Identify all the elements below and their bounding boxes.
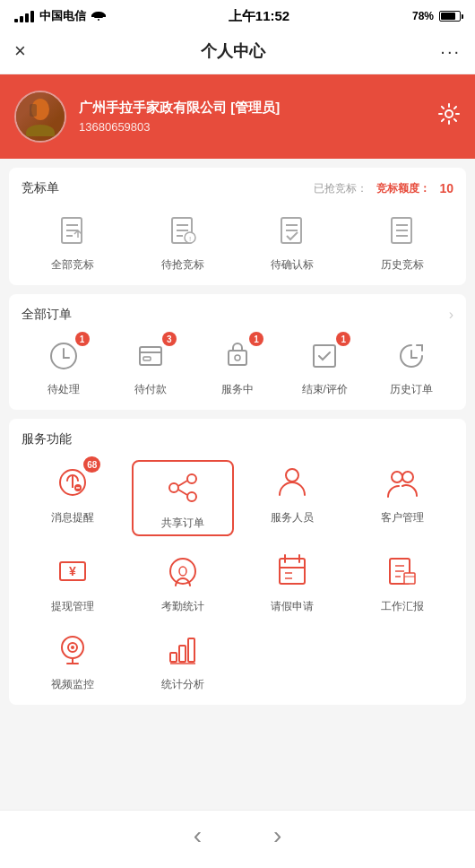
video-icon bbox=[53, 629, 92, 669]
service-share-item[interactable]: 共享订单 bbox=[132, 460, 235, 536]
status-right: 78% bbox=[412, 10, 461, 22]
service-video-label: 视频监控 bbox=[51, 677, 94, 692]
bid-confirm-item[interactable]: 待确认标 bbox=[241, 209, 344, 273]
service-message-icon-wrap: 68 bbox=[50, 460, 95, 505]
service-stats-icon-wrap bbox=[160, 627, 205, 672]
service-staff-item[interactable]: 服务人员 bbox=[241, 460, 344, 536]
status-bar: 中国电信 上午11:52 78% bbox=[0, 0, 475, 32]
bottom-nav: ‹ › bbox=[0, 810, 475, 868]
svg-point-56 bbox=[71, 646, 74, 649]
bid-confirm-icon bbox=[271, 209, 314, 252]
service-withdraw-label: 提现管理 bbox=[51, 599, 94, 614]
bidding-card: 竞标单 已抢竞标： 竞标额度： 10 全部竞标 bbox=[9, 168, 466, 285]
order-review-icon-wrap: 1 bbox=[304, 335, 345, 377]
services-grid: 68 消息提醒 共享订单 bbox=[22, 460, 453, 692]
avatar bbox=[14, 91, 66, 143]
service-attendance-item[interactable]: 考勤统计 bbox=[132, 549, 235, 614]
svg-point-32 bbox=[169, 483, 178, 492]
user-text: 广州手拉手家政有限公司 [管理员] 13680659803 bbox=[79, 100, 280, 134]
svg-point-37 bbox=[392, 472, 402, 482]
bid-pending-item[interactable]: ! 待抢竞标 bbox=[132, 209, 235, 273]
bid-all-item[interactable]: 全部竞标 bbox=[22, 209, 125, 273]
service-leave-label: 请假申请 bbox=[271, 599, 314, 614]
svg-point-41 bbox=[179, 567, 186, 576]
forward-button[interactable]: › bbox=[273, 821, 281, 850]
bid-confirm-label: 待确认标 bbox=[271, 257, 314, 273]
bid-history-item[interactable]: 历史竞标 bbox=[351, 209, 454, 273]
svg-rect-21 bbox=[140, 347, 161, 365]
service-report-item[interactable]: 工作汇报 bbox=[351, 549, 454, 614]
report-icon bbox=[383, 551, 422, 591]
order-service-badge: 1 bbox=[249, 332, 263, 346]
service-withdraw-item[interactable]: ¥ 提现管理 bbox=[22, 549, 125, 614]
svg-point-38 bbox=[402, 472, 413, 482]
status-left: 中国电信 bbox=[14, 8, 106, 24]
svg-point-25 bbox=[235, 355, 240, 360]
user-banner: 广州手拉手家政有限公司 [管理员] 13680659803 bbox=[0, 74, 475, 159]
order-pending-item[interactable]: 1 待处理 bbox=[22, 335, 105, 397]
customer-icon bbox=[383, 463, 422, 502]
svg-point-31 bbox=[187, 474, 196, 483]
user-phone: 13680659803 bbox=[79, 120, 280, 134]
bid-pending-label: 待抢竞标 bbox=[161, 257, 204, 273]
bidding-header: 竞标单 已抢竞标： 竞标额度： 10 bbox=[22, 180, 453, 196]
header: × 个人中心 ··· bbox=[0, 32, 475, 74]
bidding-title: 竞标单 bbox=[22, 180, 59, 196]
battery-percent: 78% bbox=[412, 10, 434, 22]
service-video-item[interactable]: 视频监控 bbox=[22, 627, 125, 692]
order-history-icon bbox=[393, 338, 429, 374]
bid-all-icon bbox=[51, 209, 94, 252]
svg-point-36 bbox=[286, 469, 298, 482]
share-icon bbox=[163, 468, 203, 508]
svg-rect-42 bbox=[280, 559, 305, 584]
services-header: 服务功能 bbox=[22, 431, 453, 447]
signal-icon bbox=[14, 11, 34, 22]
svg-line-35 bbox=[178, 490, 187, 495]
order-payment-item[interactable]: 3 待付款 bbox=[108, 335, 192, 397]
service-leave-item[interactable]: 请假申请 bbox=[241, 549, 344, 614]
orders-card: 全部订单 › 1 待处理 3 待付款 bbox=[9, 294, 466, 410]
carrier-label: 中国电信 bbox=[39, 8, 86, 24]
order-service-item[interactable]: 1 服务中 bbox=[195, 335, 279, 397]
more-button[interactable]: ··· bbox=[440, 41, 461, 62]
orders-header: 全部订单 › bbox=[22, 307, 453, 323]
services-title: 服务功能 bbox=[22, 431, 72, 447]
back-button[interactable]: ‹ bbox=[194, 821, 202, 850]
quota-label: 竞标额度： bbox=[376, 181, 430, 196]
order-payment-badge: 3 bbox=[162, 332, 177, 346]
svg-rect-1 bbox=[30, 104, 37, 117]
svg-rect-23 bbox=[143, 357, 151, 360]
bid-history-icon bbox=[381, 209, 424, 252]
company-name: 广州手拉手家政有限公司 [管理员] bbox=[79, 100, 280, 117]
close-button[interactable]: × bbox=[14, 39, 26, 63]
svg-rect-59 bbox=[170, 653, 177, 662]
service-message-item[interactable]: 68 消息提醒 bbox=[22, 460, 125, 536]
attendance-icon bbox=[163, 551, 203, 591]
service-share-icon-wrap bbox=[160, 465, 205, 510]
order-service-icon-wrap: 1 bbox=[217, 335, 258, 377]
settings-button[interactable] bbox=[437, 102, 461, 131]
bidding-grid: 全部竞标 ! 待抢竞标 bbox=[22, 209, 453, 273]
service-report-label: 工作汇报 bbox=[381, 599, 424, 614]
orders-grid: 1 待处理 3 待付款 bbox=[22, 335, 453, 397]
service-attendance-icon-wrap bbox=[160, 549, 205, 594]
svg-point-33 bbox=[187, 492, 196, 501]
order-service-label: 服务中 bbox=[221, 382, 254, 397]
quota-value: 10 bbox=[439, 181, 453, 195]
service-customer-icon-wrap bbox=[380, 460, 425, 505]
battery-icon bbox=[439, 11, 461, 22]
service-customer-item[interactable]: 客户管理 bbox=[351, 460, 454, 536]
order-pending-icon-wrap: 1 bbox=[43, 335, 84, 377]
leave-icon bbox=[272, 551, 312, 591]
withdraw-icon: ¥ bbox=[53, 551, 92, 591]
chevron-right-icon[interactable]: › bbox=[449, 307, 453, 323]
order-history-item[interactable]: 历史订单 bbox=[370, 335, 453, 397]
order-review-item[interactable]: 1 结束/评价 bbox=[283, 335, 367, 397]
svg-rect-60 bbox=[179, 646, 186, 662]
service-stats-item[interactable]: 统计分析 bbox=[132, 627, 235, 692]
service-stats-label: 统计分析 bbox=[161, 677, 204, 692]
already-bid-label: 已抢竞标： bbox=[314, 181, 367, 196]
service-customer-label: 客户管理 bbox=[381, 510, 424, 525]
svg-rect-61 bbox=[188, 638, 194, 662]
order-pending-label: 待处理 bbox=[48, 382, 80, 397]
